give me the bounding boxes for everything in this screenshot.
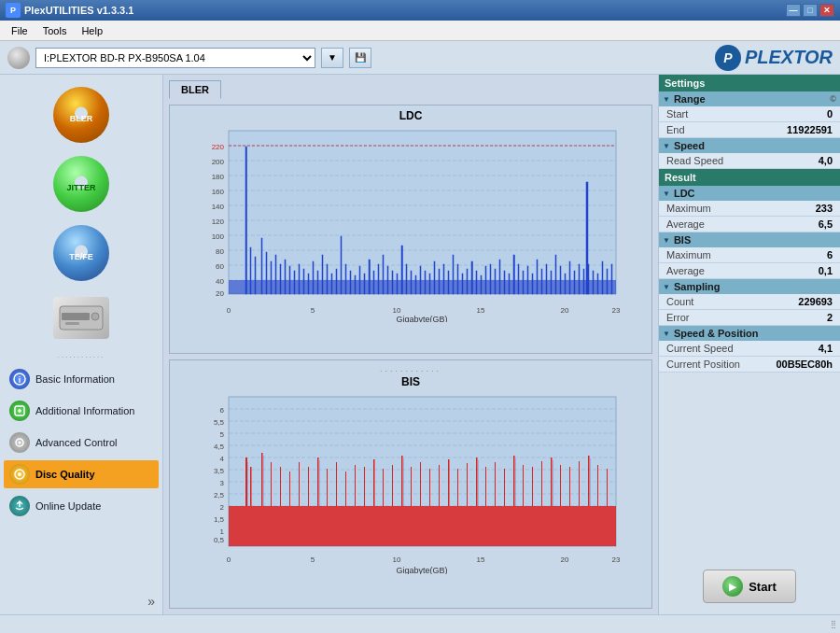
- additional-info-label: Additional Information: [35, 405, 134, 416]
- ldc-chart-container: LDC 220 200 180 160 140: [169, 105, 652, 354]
- svg-text:40: 40: [216, 277, 224, 286]
- minimize-button[interactable]: —: [786, 4, 801, 17]
- basic-info-icon: i: [9, 369, 30, 389]
- svg-text:120: 120: [212, 218, 225, 226]
- sidebar-item-disc-quality[interactable]: Disc Quality: [4, 460, 159, 488]
- svg-text:i: i: [19, 375, 21, 385]
- start-button[interactable]: ▶ Start: [703, 570, 796, 603]
- svg-rect-156: [308, 467, 309, 506]
- speed-sub-header: ▼ Speed: [659, 138, 840, 153]
- bis-max-label: Maximum: [666, 249, 711, 260]
- current-pos-label: Current Position: [666, 359, 740, 370]
- sampling-sub-header: ▼ Sampling: [659, 279, 840, 294]
- svg-rect-186: [588, 456, 590, 506]
- svg-text:20: 20: [216, 289, 224, 298]
- ldc-chart: 220 200 180 160 140 120 100 80 60 40 20 …: [174, 126, 648, 322]
- bis-max-value: 6: [827, 249, 833, 260]
- plextor-logo: P PLEXTOR: [715, 45, 833, 71]
- range-end-value: 11922591: [787, 124, 833, 135]
- svg-rect-196: [590, 458, 591, 506]
- svg-text:23: 23: [612, 306, 621, 315]
- svg-text:220: 220: [212, 143, 225, 151]
- sidebar-item-advanced-control[interactable]: Advanced Control: [4, 429, 159, 457]
- sidebar-item-online-update[interactable]: Online Update: [4, 492, 159, 520]
- svg-text:1,5: 1,5: [214, 515, 225, 524]
- titlebar-controls: — □ ✕: [786, 4, 834, 17]
- svg-rect-169: [429, 469, 430, 506]
- drive-dropdown-button[interactable]: ▼: [321, 48, 343, 68]
- svg-text:0,5: 0,5: [214, 536, 225, 544]
- range-collapse-icon[interactable]: ▼: [663, 95, 670, 104]
- ldc-max-row: Maximum 233: [659, 201, 840, 217]
- drive-button[interactable]: [25, 289, 137, 345]
- svg-rect-178: [513, 456, 515, 506]
- svg-point-2: [91, 313, 99, 320]
- sidebar: BLER JITTER TE/FE: [0, 75, 163, 614]
- app-icon: P: [6, 3, 21, 18]
- sidebar-item-basic-information[interactable]: i Basic Information: [4, 365, 159, 393]
- svg-text:5,5: 5,5: [214, 418, 225, 427]
- jitter-disc-image: JITTER: [53, 156, 109, 212]
- count-value: 229693: [798, 296, 833, 307]
- svg-point-10: [19, 442, 21, 444]
- svg-rect-164: [383, 469, 384, 506]
- ldc-collapse-icon[interactable]: ▼: [663, 190, 670, 198]
- bis-chart-title: BIS: [174, 375, 648, 388]
- menu-help[interactable]: Help: [74, 23, 110, 38]
- svg-rect-158: [327, 469, 328, 506]
- resize-grip: ⣿: [831, 620, 836, 628]
- svg-rect-151: [261, 453, 263, 506]
- svg-text:0: 0: [227, 556, 231, 564]
- ldc-max-value: 233: [816, 203, 833, 214]
- bler-disc-button[interactable]: BLER: [25, 82, 137, 148]
- svg-rect-191: [319, 460, 320, 506]
- menu-file[interactable]: File: [4, 23, 35, 38]
- svg-text:180: 180: [212, 173, 225, 181]
- bler-disc-image: BLER: [53, 87, 109, 143]
- sampling-collapse-icon[interactable]: ▼: [663, 283, 670, 291]
- online-update-label: Online Update: [35, 500, 101, 512]
- svg-text:10: 10: [393, 306, 401, 315]
- jitter-disc-button[interactable]: JITTER: [25, 151, 137, 217]
- close-button[interactable]: ✕: [819, 4, 834, 17]
- speed-pos-collapse-icon[interactable]: ▼: [663, 330, 670, 338]
- start-button-area: ▶ Start: [659, 558, 840, 614]
- svg-rect-155: [299, 462, 300, 506]
- plextor-logo-text: PLEXTOR: [745, 47, 833, 68]
- bis-collapse-icon[interactable]: ▼: [663, 236, 670, 245]
- svg-rect-161: [355, 465, 356, 506]
- advanced-control-label: Advanced Control: [35, 437, 117, 448]
- svg-rect-183: [560, 465, 561, 506]
- advanced-control-icon: [9, 432, 30, 453]
- drive-selector[interactable]: I:PLEXTOR BD-R PX-B950SA 1.04: [35, 48, 315, 68]
- menu-tools[interactable]: Tools: [35, 23, 75, 38]
- drive-save-button[interactable]: 💾: [349, 48, 371, 68]
- svg-rect-162: [364, 467, 365, 506]
- maximize-button[interactable]: □: [803, 4, 818, 17]
- svg-rect-192: [403, 458, 404, 506]
- svg-text:160: 160: [212, 188, 225, 196]
- svg-text:3: 3: [220, 479, 225, 487]
- svg-rect-193: [478, 460, 479, 506]
- sidebar-item-additional-information[interactable]: Additional Information: [4, 397, 159, 425]
- sidebar-expand-button[interactable]: »: [4, 592, 159, 611]
- disc-quality-label: Disc Quality: [35, 469, 95, 480]
- svg-text:20: 20: [561, 306, 569, 315]
- read-speed-label: Read Speed: [666, 155, 723, 166]
- svg-rect-185: [579, 461, 580, 506]
- range-start-value: 0: [827, 108, 833, 120]
- tefe-disc-button[interactable]: TE/FE: [25, 220, 137, 286]
- svg-rect-1: [62, 313, 90, 320]
- basic-info-label: Basic Information: [35, 373, 115, 385]
- right-panel: Settings ▼ Range © Start 0 End 11922591 …: [658, 75, 840, 614]
- svg-rect-150: [250, 467, 252, 506]
- additional-info-icon: [9, 401, 30, 421]
- tab-bler[interactable]: BLER: [169, 80, 221, 99]
- statusbar: ⣿: [0, 614, 840, 633]
- svg-rect-172: [457, 469, 458, 506]
- bis-result-header-label: BIS: [674, 234, 691, 246]
- svg-text:80: 80: [216, 247, 224, 256]
- speed-collapse-icon[interactable]: ▼: [663, 142, 670, 150]
- start-icon: ▶: [722, 576, 743, 597]
- svg-rect-176: [495, 462, 496, 506]
